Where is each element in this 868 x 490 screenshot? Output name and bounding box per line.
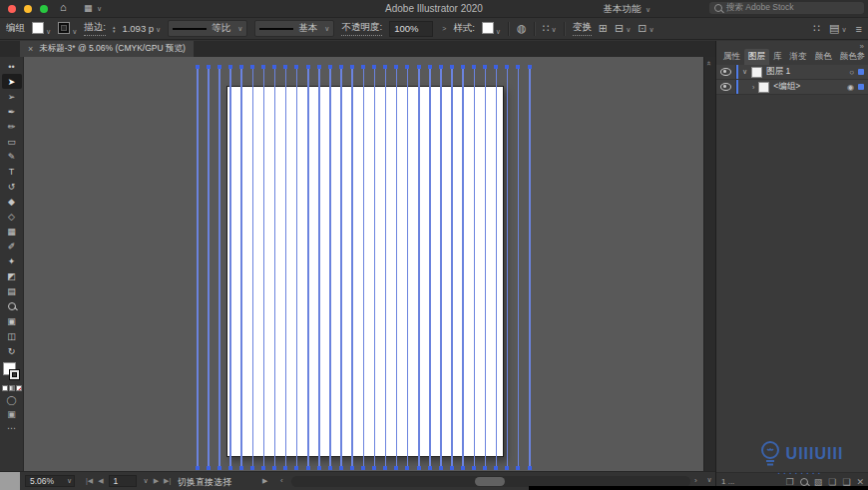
path-line[interactable] bbox=[407, 67, 409, 468]
rotate-view-tool[interactable]: ↻ bbox=[2, 343, 22, 358]
eraser-tool[interactable]: ◆ bbox=[2, 194, 22, 209]
anchor-point[interactable] bbox=[528, 466, 532, 470]
visibility-eye-icon[interactable] bbox=[720, 68, 731, 76]
collect-for-export-icon[interactable]: ❐ bbox=[786, 477, 794, 487]
anchor-point[interactable] bbox=[196, 65, 200, 69]
anchor-point[interactable] bbox=[461, 466, 465, 470]
locate-object-icon[interactable] bbox=[800, 478, 808, 486]
anchor-point[interactable] bbox=[528, 65, 532, 69]
anchor-point[interactable] bbox=[439, 466, 443, 470]
canvas[interactable] bbox=[24, 57, 703, 471]
path-line[interactable] bbox=[307, 67, 309, 468]
path-line[interactable] bbox=[496, 67, 498, 468]
align-to-selection-dropdown[interactable]: ∷∨ bbox=[543, 22, 557, 35]
tab-颜色[interactable]: 颜色 bbox=[811, 49, 836, 65]
anchor-point[interactable] bbox=[217, 466, 221, 470]
anchor-point[interactable] bbox=[306, 65, 310, 69]
align-options-dropdown[interactable]: ⊟∨ bbox=[615, 22, 631, 35]
anchor-point[interactable] bbox=[505, 466, 509, 470]
anchor-point[interactable] bbox=[283, 466, 287, 470]
brush-definition-dropdown[interactable]: 基本∨ bbox=[254, 20, 334, 37]
anchor-point[interactable] bbox=[394, 466, 398, 470]
new-layer-icon[interactable]: ❑ bbox=[842, 477, 850, 487]
visibility-eye-icon[interactable] bbox=[720, 83, 731, 91]
direct-selection-tool[interactable]: ➢ bbox=[2, 89, 22, 104]
path-line[interactable] bbox=[263, 67, 265, 468]
anchor-point[interactable] bbox=[516, 65, 520, 69]
layer-row[interactable]: ∨图层 1○ bbox=[716, 65, 868, 80]
path-line[interactable] bbox=[474, 67, 476, 468]
free-transform-tool[interactable]: ◩ bbox=[2, 268, 22, 283]
tab-属性[interactable]: 属性 bbox=[719, 49, 744, 65]
anchor-point[interactable] bbox=[361, 466, 365, 470]
anchor-point[interactable] bbox=[228, 65, 232, 69]
anchor-point[interactable] bbox=[516, 466, 520, 470]
edit-toolbar-icon[interactable]: ⋯ bbox=[7, 423, 16, 433]
scroll-down-icon[interactable]: ∨ bbox=[703, 473, 715, 486]
anchor-point[interactable] bbox=[483, 466, 487, 470]
target-circle-icon[interactable]: ◉ bbox=[847, 83, 854, 92]
stroke-weight-dropdown[interactable]: 1.093 p∨ bbox=[122, 23, 161, 34]
tab-颜色参[interactable]: 颜色参 bbox=[836, 49, 868, 65]
anchor-point[interactable] bbox=[372, 466, 376, 470]
anchor-point[interactable] bbox=[328, 466, 332, 470]
anchor-point[interactable] bbox=[339, 466, 343, 470]
expand-chevron-icon[interactable]: ∨ bbox=[742, 68, 747, 76]
tab-渐变[interactable]: 渐变 bbox=[786, 49, 811, 65]
zoom-tool[interactable] bbox=[2, 298, 22, 313]
anchor-point[interactable] bbox=[261, 65, 265, 69]
none-button[interactable] bbox=[16, 385, 22, 391]
anchor-point[interactable] bbox=[405, 65, 409, 69]
distribute-options-dropdown[interactable]: ⊡∨ bbox=[638, 22, 653, 35]
scale-tool[interactable]: ◇ bbox=[2, 209, 22, 224]
target-circle-icon[interactable]: ○ bbox=[849, 68, 854, 77]
artboard-tool[interactable]: ▣ bbox=[2, 313, 22, 328]
anchor-point[interactable] bbox=[439, 65, 443, 69]
anchor-point[interactable] bbox=[428, 466, 432, 470]
anchor-point[interactable] bbox=[294, 466, 298, 470]
anchor-point[interactable] bbox=[417, 466, 421, 470]
stroke-color-swatch[interactable]: ∨ bbox=[58, 22, 77, 36]
opacity-expand-icon[interactable]: > bbox=[442, 25, 446, 32]
width-profile-dropdown[interactable]: 等比∨ bbox=[168, 20, 247, 37]
path-line[interactable] bbox=[208, 67, 210, 468]
anchor-point[interactable] bbox=[472, 65, 476, 69]
layer-thumbnail[interactable] bbox=[758, 82, 769, 93]
artboard-number-dropdown[interactable]: 1 bbox=[109, 475, 137, 487]
paintbrush-tool[interactable]: ✎ bbox=[2, 149, 22, 164]
anchor-point[interactable] bbox=[306, 466, 310, 470]
path-line[interactable] bbox=[285, 67, 287, 468]
draw-mode-icon[interactable]: ◯ bbox=[6, 395, 16, 405]
path-line[interactable] bbox=[440, 67, 442, 468]
tab-库[interactable]: 库 bbox=[769, 49, 786, 65]
path-line[interactable] bbox=[340, 67, 342, 468]
layer-thumbnail[interactable] bbox=[751, 67, 762, 78]
prev-artboard-icon[interactable]: ◀ bbox=[98, 477, 103, 485]
anchor-point[interactable] bbox=[505, 65, 509, 69]
anchor-point[interactable] bbox=[450, 466, 454, 470]
anchor-point[interactable] bbox=[461, 65, 465, 69]
path-line[interactable] bbox=[197, 67, 199, 468]
anchor-point[interactable] bbox=[472, 466, 476, 470]
anchor-point[interactable] bbox=[339, 65, 343, 69]
path-line[interactable] bbox=[240, 67, 242, 468]
align-objects-icon[interactable]: ⊞ bbox=[599, 22, 608, 35]
fill-color-swatch[interactable]: ∨ bbox=[32, 22, 51, 36]
last-artboard-icon[interactable]: ▶| bbox=[164, 477, 171, 485]
collapse-panel-icon[interactable]: « bbox=[704, 61, 713, 65]
delete-selection-icon[interactable]: ✕ bbox=[856, 477, 864, 487]
layer-name[interactable]: <编组> bbox=[773, 81, 800, 93]
path-line[interactable] bbox=[396, 67, 398, 468]
transform-link[interactable]: 变换 bbox=[573, 21, 592, 36]
close-tab-icon[interactable]: × bbox=[28, 44, 33, 54]
fill-stroke-indicator[interactable] bbox=[3, 362, 21, 382]
layer-name[interactable]: 图层 1 bbox=[766, 66, 790, 78]
gradient-tool[interactable]: ▦ bbox=[2, 224, 22, 239]
arrange-documents-icon[interactable]: ∷ bbox=[813, 22, 820, 35]
hand-tool[interactable]: ▤ bbox=[2, 283, 22, 298]
anchor-point[interactable] bbox=[383, 466, 387, 470]
path-line[interactable] bbox=[429, 67, 431, 468]
path-line[interactable] bbox=[418, 67, 420, 468]
toolbar-grip[interactable]: •• bbox=[2, 59, 22, 74]
gradient-button[interactable] bbox=[9, 385, 15, 391]
